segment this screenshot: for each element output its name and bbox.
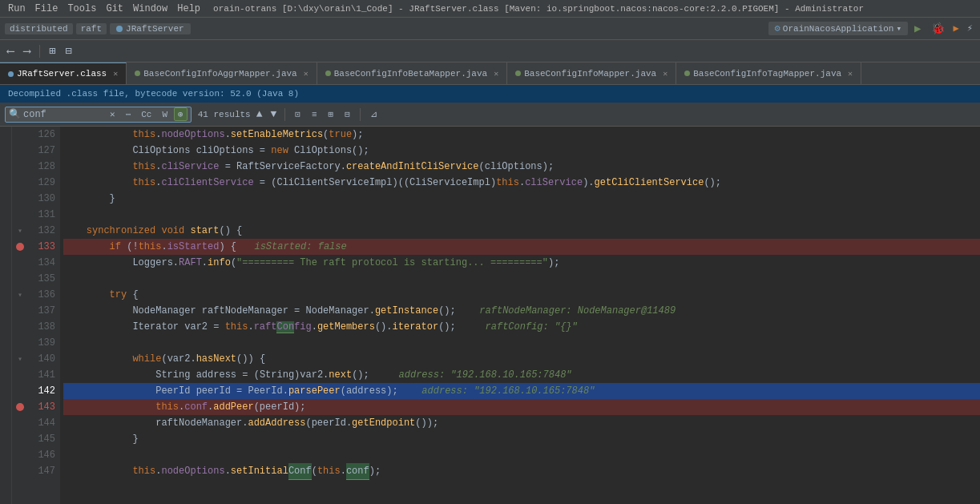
fold-136[interactable]: ▾ (18, 290, 22, 300)
line-numbers: 126 127 128 129 130 131 132 133 134 135 … (28, 127, 60, 504)
menu-run[interactable]: Run (3, 2, 30, 16)
breakpoint-143[interactable] (16, 403, 24, 411)
search-settings-btn[interactable]: ⊟ (341, 107, 354, 121)
menu-help[interactable]: Help (172, 2, 205, 16)
menu-tools[interactable]: Tools (63, 2, 101, 16)
search-options-btn[interactable]: ⋯ (122, 107, 135, 121)
menu-window[interactable]: Window (128, 2, 172, 16)
coverage-button[interactable]: ▶ (951, 21, 962, 36)
debug-button[interactable]: 🐞 (928, 20, 948, 37)
code-line-131 (63, 207, 980, 223)
line-num-144: 144 (28, 415, 55, 431)
tab-close-4[interactable]: ✕ (663, 69, 667, 79)
search-filter-btn[interactable]: ≡ (308, 108, 321, 121)
search-pin-btn[interactable]: ⊛ (174, 107, 188, 121)
tab-label-3: BaseConfigInfoBetaMapper.java (334, 69, 487, 79)
search-separator-2 (360, 108, 361, 121)
bp-cell-139 (12, 335, 28, 351)
navigate-forward-icon[interactable]: ⟶ (21, 42, 32, 59)
code-line-128: this.cliService = RaftServiceFactory.cre… (63, 159, 980, 175)
search-clear-btn[interactable]: ✕ (106, 107, 119, 121)
project-tag-raft[interactable]: raft (76, 23, 107, 34)
bp-cell-140: ▾ (12, 351, 28, 367)
bp-cell-145 (12, 431, 28, 447)
search-context-btn[interactable]: ⊞ (325, 107, 338, 121)
line-num-129: 129 (28, 175, 55, 191)
code-line-139 (63, 335, 980, 351)
tab-close-2[interactable]: ✕ (304, 69, 309, 79)
line-num-127: 127 (28, 143, 55, 159)
tab-dot-3 (325, 71, 331, 76)
title-bar: orain-otrans [D:\dxy\orain\1_Code] - JRa… (213, 4, 977, 14)
search-icon: 🔍 (9, 108, 21, 120)
bp-cell-136: ▾ (12, 287, 28, 303)
fold-140[interactable]: ▾ (18, 354, 22, 364)
tab-dot-4 (515, 71, 521, 76)
line-num-126: 126 (28, 127, 55, 143)
line-num-137: 137 (28, 303, 55, 319)
breakpoint-133[interactable] (16, 243, 24, 251)
search-filter-icon[interactable]: ⊿ (366, 107, 381, 121)
line-num-143: 143 (28, 399, 55, 415)
tab-dot-2 (135, 71, 140, 76)
tab-baseconfiginfoaggr[interactable]: BaseConfigInfoAggrMapper.java ✕ (127, 62, 317, 84)
code-line-145: } (63, 431, 980, 447)
bp-cell-130 (12, 191, 28, 207)
search-input-wrap[interactable]: 🔍 ✕ ⋯ Cc W ⊛ (5, 107, 192, 123)
fold-132[interactable]: ▾ (18, 226, 22, 236)
run-config-selector[interactable]: ⚙ OrainNacosApplication ▾ (768, 22, 908, 35)
line-num-136: 136 (28, 287, 55, 303)
search-input[interactable] (23, 109, 103, 120)
search-regex-btn[interactable]: Cc (137, 108, 155, 121)
tab-close-3[interactable]: ✕ (494, 69, 498, 79)
bookmark-icon[interactable]: ⊟ (63, 42, 74, 59)
search-bar: 🔍 ✕ ⋯ Cc W ⊛ 41 results ▲ ▼ ⊡ ≡ ⊞ ⊟ ⊿ (0, 103, 980, 127)
code-line-143: this.conf.addPeer(peerId); (63, 399, 980, 415)
run-config-arrow: ▾ (896, 23, 901, 34)
bp-cell-137 (12, 303, 28, 319)
tab-jraftserver[interactable]: JRaftServer.class ✕ (0, 62, 127, 84)
tab-dot-1 (8, 71, 14, 77)
bp-cell-128 (12, 159, 28, 175)
line-num-140: 140 (28, 351, 55, 367)
editor-gutter (0, 127, 12, 504)
menu-git[interactable]: Git (101, 2, 128, 16)
recent-files-icon[interactable]: ⊞ (46, 42, 58, 59)
profiler-button[interactable]: ⚡ (965, 21, 975, 36)
code-line-133: if (!this.isStarted) { isStarted: false (63, 239, 980, 255)
line-num-146: 146 (28, 447, 55, 463)
project-bar: distributed raft JRaftServer ⚙ OrainNaco… (0, 18, 980, 40)
tab-baseconfiginfomapper[interactable]: BaseConfigInfoMapper.java ✕ (507, 62, 676, 84)
line-num-135: 135 (28, 271, 55, 287)
tab-close-1[interactable]: ✕ (113, 69, 118, 79)
tab-close-5[interactable]: ✕ (848, 69, 853, 79)
code-line-130: } (63, 191, 980, 207)
tab-baseconfiginfobeta[interactable]: BaseConfigInfoBetaMapper.java ✕ (317, 62, 507, 84)
bp-cell-129 (12, 175, 28, 191)
code-content[interactable]: this.nodeOptions.setEnableMetrics(true);… (60, 127, 980, 504)
line-num-142: 142 (28, 383, 55, 399)
tab-baseconfiginfotag[interactable]: BaseConfigInfoTagMapper.java ✕ (676, 62, 861, 84)
code-line-146 (63, 447, 980, 463)
search-expand-btn[interactable]: ⊡ (291, 107, 304, 121)
project-tag-distributed[interactable]: distributed (5, 23, 73, 34)
search-word-btn[interactable]: W (158, 108, 171, 121)
code-line-137: NodeManager raftNodeManager = NodeManage… (63, 303, 980, 319)
server-tab[interactable]: JRaftServer (110, 23, 191, 34)
code-line-140: while(var2.hasNext()) { (63, 351, 980, 367)
code-line-129: this.cliClientService = (CliClientServic… (63, 175, 980, 191)
search-next-btn[interactable]: ▼ (268, 107, 280, 121)
line-num-138: 138 (28, 319, 55, 335)
run-controls: ⚙ OrainNacosApplication ▾ ▶ 🐞 ▶ ⚡ (768, 20, 975, 37)
navigate-back-icon[interactable]: ⟵ (5, 42, 16, 59)
tabs-bar: JRaftServer.class ✕ BaseConfigInfoAggrMa… (0, 62, 980, 85)
search-separator-1 (284, 108, 285, 121)
bp-cell-126 (12, 127, 28, 143)
menu-file[interactable]: File (30, 2, 63, 16)
run-button[interactable]: ▶ (911, 20, 924, 37)
line-num-134: 134 (28, 255, 55, 271)
code-line-138: Iterator var2 = this.raftConfig.getMembe… (63, 319, 980, 335)
code-line-126: this.nodeOptions.setEnableMetrics(true); (63, 127, 980, 143)
code-line-135 (63, 271, 980, 287)
search-prev-btn[interactable]: ▲ (254, 107, 265, 121)
